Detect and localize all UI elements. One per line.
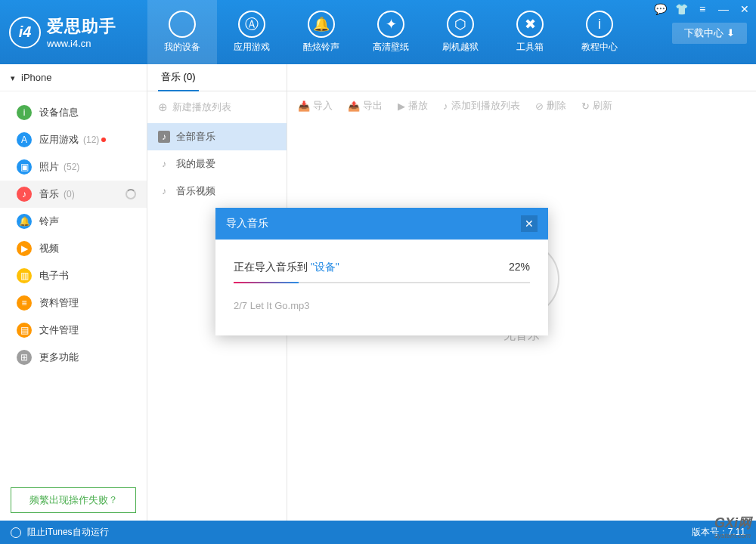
version-number: 7.11 — [728, 527, 745, 537]
nav-item-2[interactable]: 🔔酷炫铃声 — [287, 0, 356, 64]
action-label: 播放 — [408, 99, 428, 113]
download-center-button[interactable]: 下载中心 ⬇ — [672, 23, 747, 44]
window-controls: 💬 👕 ≡ — ✕ — [653, 3, 751, 15]
left-sidebar: iPhone i设备信息A应用游戏(12)▣照片(52)♪音乐(0)🔔铃声▶视频… — [0, 64, 147, 521]
action-2[interactable]: ▶播放 — [398, 99, 428, 113]
action-1[interactable]: 📤导出 — [348, 99, 383, 113]
action-icon: ▶ — [398, 100, 405, 112]
action-label: 导入 — [313, 99, 333, 113]
sidebar-label: 照片 — [39, 160, 59, 174]
close-icon[interactable]: ✕ — [738, 3, 751, 15]
category-icon: ♪ — [158, 131, 170, 143]
action-icon: ♪ — [443, 100, 448, 112]
progress-bar — [234, 282, 530, 283]
sidebar-label: 文件管理 — [39, 323, 79, 337]
action-icon: ⊘ — [535, 100, 544, 112]
nav-item-3[interactable]: ✦高清壁纸 — [356, 0, 426, 64]
category-item-2[interactable]: ♪音乐视频 — [147, 178, 287, 205]
sidebar-label: 更多功能 — [39, 351, 79, 364]
action-0[interactable]: 📥导入 — [298, 99, 333, 113]
sidebar-icon: ▤ — [17, 323, 32, 338]
nav-icon — [169, 11, 196, 38]
category-icon: ♪ — [158, 158, 170, 170]
logo-area: i4 爱思助手 www.i4.cn — [0, 0, 147, 64]
nav-label: 我的设备 — [164, 41, 200, 54]
nav-label: 工具箱 — [516, 41, 544, 54]
skin-icon[interactable]: 👕 — [674, 3, 688, 15]
action-label: 删除 — [547, 99, 566, 113]
nav-icon: ⬡ — [447, 11, 474, 38]
sidebar-label: 铃声 — [39, 215, 59, 228]
nav-label: 刷机越狱 — [442, 41, 479, 54]
sidebar-item-6[interactable]: ▥电子书 — [0, 262, 147, 289]
import-dialog: 导入音乐 ✕ 正在导入音乐到 "设备" 22% 2/7 Let It Go.mp… — [215, 208, 548, 335]
action-icon: 📥 — [298, 100, 310, 112]
action-label: 刷新 — [593, 99, 612, 113]
nav-icon: Ⓐ — [238, 11, 265, 38]
nav-icon: ✦ — [377, 11, 404, 38]
footer-bar: 阻止iTunes自动运行 版本号：7.11 — [0, 521, 756, 544]
sidebar-item-0[interactable]: i设备信息 — [0, 99, 147, 126]
nav-label: 教程中心 — [581, 41, 618, 54]
nav-item-4[interactable]: ⬡刷机越狱 — [426, 0, 495, 64]
sidebar-icon: i — [17, 105, 32, 120]
nav-item-0[interactable]: 我的设备 — [147, 0, 217, 64]
itunes-toggle[interactable]: 阻止iTunes自动运行 — [27, 526, 109, 539]
app-title: 爱思助手 — [47, 15, 116, 38]
logo-badge-icon: i4 — [9, 17, 41, 48]
action-4[interactable]: ⊘删除 — [535, 99, 566, 113]
feedback-icon[interactable]: 💬 — [653, 3, 667, 15]
progress-message: 正在导入音乐到 — [234, 261, 308, 273]
sidebar-icon: ≡ — [17, 295, 32, 311]
action-label: 导出 — [363, 99, 383, 113]
sidebar-item-2[interactable]: ▣照片(52) — [0, 153, 147, 181]
help-link[interactable]: 频繁出现操作失败？ — [11, 487, 136, 513]
sidebar-icon: ▶ — [17, 241, 32, 256]
nav-item-5[interactable]: ✖工具箱 — [495, 0, 565, 64]
app-url: www.i4.cn — [47, 38, 116, 49]
sidebar-item-8[interactable]: ▤文件管理 — [0, 317, 147, 344]
category-item-1[interactable]: ♪我的最爱 — [147, 150, 287, 178]
sidebar-icon: A — [17, 132, 32, 147]
category-label: 音乐视频 — [176, 184, 215, 198]
nav-label: 高清壁纸 — [373, 41, 409, 54]
category-label: 全部音乐 — [176, 130, 215, 144]
progress-percent: 22% — [509, 261, 530, 274]
sidebar-label: 资料管理 — [39, 296, 79, 310]
action-icon: ↻ — [581, 100, 590, 112]
sidebar-count: (12) — [83, 134, 99, 145]
new-playlist-button[interactable]: 新建播放列表 — [147, 91, 287, 123]
dialog-close-button[interactable]: ✕ — [521, 215, 538, 232]
sidebar-item-9[interactable]: ⊞更多功能 — [0, 344, 147, 371]
tab-music[interactable]: 音乐 (0) — [158, 64, 199, 91]
sidebar-item-1[interactable]: A应用游戏(12) — [0, 126, 147, 153]
device-selector[interactable]: iPhone — [0, 64, 147, 91]
sidebar-icon: ▣ — [17, 159, 32, 175]
toggle-icon[interactable] — [11, 527, 21, 538]
action-3[interactable]: ♪添加到播放列表 — [443, 99, 520, 113]
notification-dot-icon — [101, 138, 106, 142]
sidebar-item-7[interactable]: ≡资料管理 — [0, 289, 147, 317]
dialog-title: 导入音乐 — [226, 217, 268, 230]
sidebar-item-3[interactable]: ♪音乐(0) — [0, 181, 147, 208]
nav-item-6[interactable]: i教程中心 — [565, 0, 634, 64]
sidebar-count: (52) — [64, 162, 79, 172]
minimize-icon[interactable]: — — [717, 3, 730, 15]
progress-target: "设备" — [311, 261, 339, 273]
action-label: 添加到播放列表 — [451, 99, 520, 113]
nav-icon: i — [586, 11, 613, 38]
action-5[interactable]: ↻刷新 — [581, 99, 612, 113]
sidebar-label: 设备信息 — [39, 106, 79, 119]
action-icon: 📤 — [348, 100, 360, 112]
sidebar-item-5[interactable]: ▶视频 — [0, 235, 147, 262]
sidebar-icon: ▥ — [17, 268, 32, 283]
sidebar-item-4[interactable]: 🔔铃声 — [0, 208, 147, 235]
nav-item-1[interactable]: Ⓐ应用游戏 — [217, 0, 287, 64]
loading-spinner-icon — [125, 189, 136, 199]
nav-icon: ✖ — [516, 11, 544, 38]
menu-icon[interactable]: ≡ — [696, 3, 709, 15]
sidebar-label: 电子书 — [39, 269, 69, 283]
nav-label: 应用游戏 — [234, 41, 270, 54]
category-item-0[interactable]: ♪全部音乐 — [147, 123, 287, 150]
progress-fill — [234, 282, 299, 283]
